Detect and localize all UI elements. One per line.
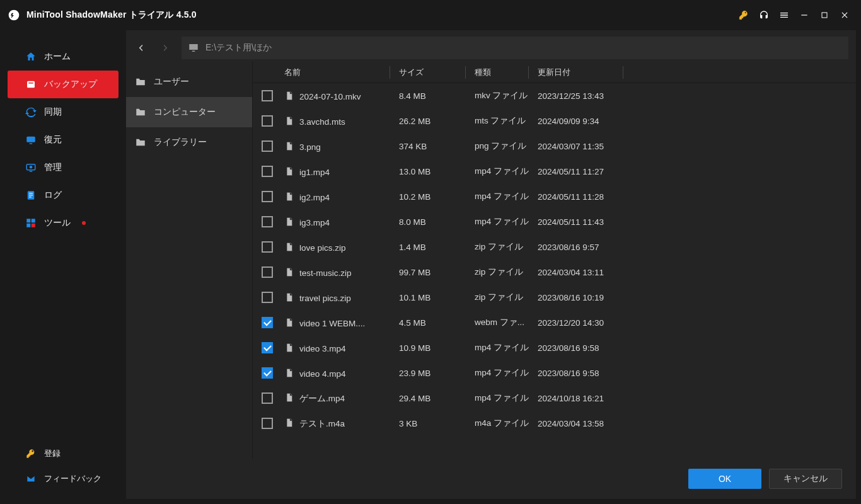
file-row[interactable]: 3.png374 KBpng ファイル2024/03/07 11:35 bbox=[253, 134, 856, 159]
sidebar-item-restore[interactable]: 復元 bbox=[0, 126, 126, 154]
ok-button[interactable]: OK bbox=[688, 469, 761, 489]
sidebar-item-sync[interactable]: 同期 bbox=[0, 98, 126, 126]
sidebar-footer-key[interactable]: 登録 bbox=[0, 441, 126, 466]
file-name: ig3.mp4 bbox=[299, 218, 330, 227]
app-title: MiniTool ShadowMaker トライアル 4.5.0 bbox=[26, 9, 197, 21]
sidebar-item-manage[interactable]: 管理 bbox=[0, 154, 126, 181]
license-key-icon[interactable] bbox=[734, 5, 754, 25]
file-row[interactable]: travel pics.zip10.1 MBzip ファイル2023/08/16… bbox=[253, 285, 856, 310]
file-type: m4a ファイル bbox=[466, 418, 529, 429]
file-name: video 4.mp4 bbox=[299, 369, 346, 379]
file-row[interactable]: 3.avchd.mts26.2 MBmts ファイル2024/09/09 9:3… bbox=[253, 108, 856, 134]
header-size[interactable]: サイズ bbox=[390, 66, 466, 79]
file-size: 4.5 MB bbox=[390, 318, 466, 328]
feedback-icon bbox=[25, 473, 37, 484]
file-type: mp4 ファイル bbox=[466, 216, 529, 227]
svg-rect-11 bbox=[29, 197, 32, 197]
file-size: 10.1 MB bbox=[390, 293, 466, 302]
sidebar-item-home[interactable]: ホーム bbox=[0, 43, 126, 71]
file-icon bbox=[284, 418, 294, 428]
file-row[interactable]: ig2.mp410.2 MBmp4 ファイル2024/05/11 11:28 bbox=[253, 184, 856, 209]
file-checkbox[interactable] bbox=[262, 166, 273, 177]
file-row[interactable]: ig3.mp48.0 MBmp4 ファイル2024/05/11 11:43 bbox=[253, 209, 856, 234]
file-row[interactable]: ゲーム.mp429.4 MBmp4 ファイル2024/10/18 16:21 bbox=[253, 386, 856, 411]
file-checkbox[interactable] bbox=[262, 266, 273, 278]
sidebar-item-log[interactable]: ログ bbox=[0, 181, 126, 209]
file-size: 3 KB bbox=[390, 419, 466, 428]
home-icon bbox=[25, 51, 37, 62]
tree-item-label: コンピューター bbox=[154, 106, 216, 118]
back-button[interactable] bbox=[134, 40, 149, 55]
file-checkbox[interactable] bbox=[262, 292, 273, 303]
header-name[interactable]: 名前 bbox=[275, 66, 390, 79]
file-name: test-music.zip bbox=[299, 268, 352, 278]
file-checkbox[interactable] bbox=[262, 140, 273, 152]
svg-rect-1 bbox=[27, 81, 35, 88]
file-checkbox[interactable] bbox=[262, 317, 273, 328]
tree-item[interactable]: コンピューター bbox=[126, 97, 252, 127]
file-type: mp4 ファイル bbox=[466, 191, 529, 202]
tree-item-label: ユーザー bbox=[154, 76, 189, 88]
sidebar: ホームバックアップ同期復元管理ログツール 登録フィードバック bbox=[0, 30, 126, 504]
file-type: mp4 ファイル bbox=[466, 392, 529, 404]
file-row[interactable]: test-music.zip99.7 MBzip ファイル2024/03/04 … bbox=[253, 260, 856, 285]
file-date: 2024/03/04 13:11 bbox=[529, 268, 623, 277]
file-date: 2024/05/11 11:27 bbox=[529, 167, 623, 176]
header-type[interactable]: 種類 bbox=[466, 66, 529, 79]
sidebar-footer-feedback[interactable]: フィードバック bbox=[0, 466, 126, 491]
file-row[interactable]: love pics.zip1.4 MBzip ファイル2023/08/16 9:… bbox=[253, 234, 856, 260]
sidebar-item-tools[interactable]: ツール bbox=[0, 209, 126, 237]
file-icon bbox=[284, 292, 294, 302]
file-row[interactable]: ig1.mp413.0 MBmp4 ファイル2024/05/11 11:27 bbox=[253, 159, 856, 184]
file-date: 2024/09/09 9:34 bbox=[529, 117, 623, 126]
file-type: zip ファイル bbox=[466, 292, 529, 303]
file-checkbox[interactable] bbox=[262, 367, 273, 379]
file-type: mp4 ファイル bbox=[466, 367, 529, 379]
file-type: mkv ファイル bbox=[466, 90, 529, 101]
file-icon bbox=[284, 141, 294, 151]
sidebar-item-backup[interactable]: バックアップ bbox=[8, 71, 118, 98]
file-name: 2024-07-10.mkv bbox=[299, 92, 361, 101]
file-list[interactable]: 2024-07-10.mkv8.4 MBmkv ファイル2023/12/25 1… bbox=[253, 83, 856, 459]
file-checkbox[interactable] bbox=[262, 241, 273, 253]
file-checkbox[interactable] bbox=[262, 115, 273, 127]
close-button[interactable] bbox=[835, 5, 855, 25]
file-row[interactable]: 2024-07-10.mkv8.4 MBmkv ファイル2023/12/25 1… bbox=[253, 83, 856, 108]
file-row[interactable]: video 3.mp410.9 MBmp4 ファイル2023/08/16 9:5… bbox=[253, 335, 856, 360]
tree-item[interactable]: ユーザー bbox=[126, 67, 252, 97]
tools-icon bbox=[25, 217, 37, 229]
file-date: 2023/08/16 9:58 bbox=[529, 369, 623, 378]
file-icon bbox=[284, 343, 294, 353]
file-type: mp4 ファイル bbox=[466, 166, 529, 177]
file-row[interactable]: テスト.m4a3 KBm4a ファイル2024/03/04 13:58 bbox=[253, 411, 856, 436]
file-size: 29.4 MB bbox=[390, 394, 466, 403]
file-size: 10.2 MB bbox=[390, 192, 466, 202]
header-date[interactable]: 更新日付 bbox=[529, 66, 623, 79]
cancel-button[interactable]: キャンセル bbox=[769, 469, 842, 489]
file-header: 名前 サイズ 種類 更新日付 bbox=[253, 62, 856, 83]
file-checkbox[interactable] bbox=[262, 90, 273, 101]
source-tree: ユーザーコンピューターライブラリー bbox=[126, 62, 252, 459]
file-date: 2024/05/11 11:28 bbox=[529, 192, 623, 202]
file-checkbox[interactable] bbox=[262, 392, 273, 404]
file-checkbox[interactable] bbox=[262, 191, 273, 202]
monitor-icon bbox=[188, 42, 199, 54]
headphones-icon[interactable] bbox=[754, 5, 774, 25]
file-name: 3.png bbox=[299, 142, 321, 152]
tree-item[interactable]: ライブラリー bbox=[126, 127, 252, 158]
file-checkbox[interactable] bbox=[262, 216, 273, 227]
maximize-button[interactable] bbox=[814, 5, 835, 25]
forward-button[interactable] bbox=[158, 40, 173, 55]
file-row[interactable]: video 1 WEBM....4.5 MBwebm ファ...2023/12/… bbox=[253, 310, 856, 335]
menu-icon[interactable] bbox=[774, 5, 794, 25]
file-checkbox[interactable] bbox=[262, 418, 273, 429]
minimize-button[interactable] bbox=[794, 5, 814, 25]
file-name: video 1 WEBM.... bbox=[299, 319, 365, 328]
path-input[interactable]: E:\テスト用\ほか bbox=[182, 37, 848, 59]
file-date: 2023/12/20 14:30 bbox=[529, 318, 623, 328]
svg-rect-4 bbox=[30, 143, 33, 144]
file-row[interactable]: video 4.mp423.9 MBmp4 ファイル2023/08/16 9:5… bbox=[253, 360, 856, 386]
file-date: 2024/03/07 11:35 bbox=[529, 142, 623, 151]
file-checkbox[interactable] bbox=[262, 342, 273, 353]
file-name: テスト.m4a bbox=[299, 419, 345, 428]
